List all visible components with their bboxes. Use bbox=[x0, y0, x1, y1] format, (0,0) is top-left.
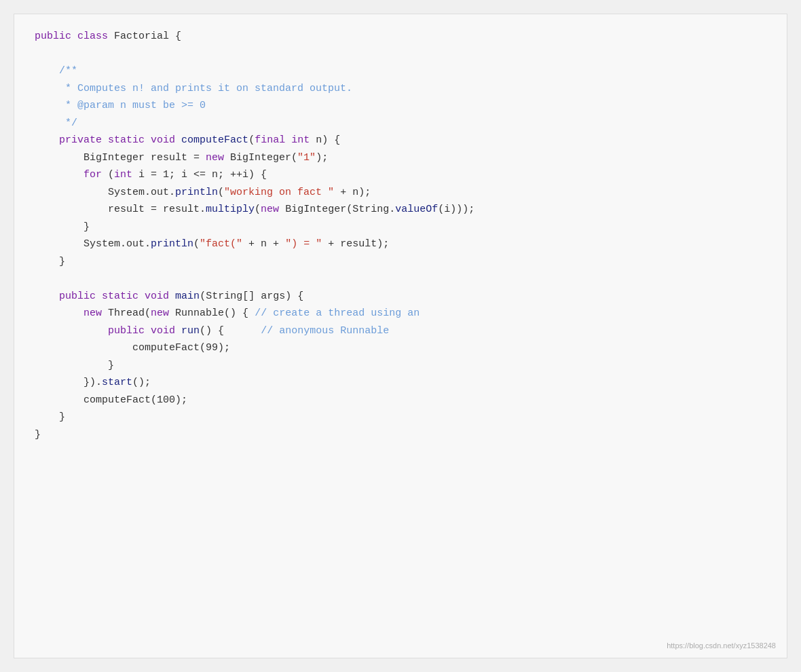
code-display: public class Factorial { /** * Computes … bbox=[35, 28, 766, 443]
watermark: https://blog.csdn.net/xyz1538248 bbox=[667, 641, 776, 650]
code-container: public class Factorial { /** * Computes … bbox=[14, 14, 787, 658]
